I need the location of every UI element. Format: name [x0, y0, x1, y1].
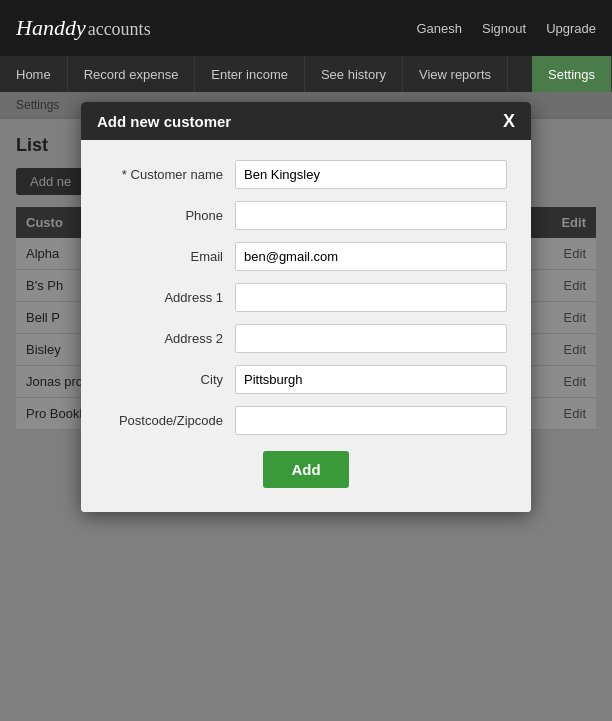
modal-overlay: Add new customer X * Customer name Phone…: [0, 92, 612, 721]
modal-submit-button[interactable]: Add: [263, 451, 348, 488]
topnav-links: Ganesh Signout Upgrade: [416, 21, 596, 36]
form-label: Phone: [105, 208, 235, 223]
app-logo: Handdyaccounts: [16, 15, 151, 41]
customer-name-input[interactable]: [235, 160, 507, 189]
address2-input[interactable]: [235, 324, 507, 353]
form-row: Postcode/Zipcode: [105, 406, 507, 435]
user-link[interactable]: Ganesh: [416, 21, 462, 36]
phone-input[interactable]: [235, 201, 507, 230]
postcode-input[interactable]: [235, 406, 507, 435]
tab-record-expense[interactable]: Record expense: [68, 56, 196, 92]
form-label: Address 1: [105, 290, 235, 305]
modal-close-button[interactable]: X: [503, 112, 515, 130]
email-input[interactable]: [235, 242, 507, 271]
form-row: * Customer name: [105, 160, 507, 189]
form-row: Address 2: [105, 324, 507, 353]
form-label: Postcode/Zipcode: [105, 413, 235, 428]
form-row: Phone: [105, 201, 507, 230]
form-label: City: [105, 372, 235, 387]
form-label: Address 2: [105, 331, 235, 346]
form-row: City: [105, 365, 507, 394]
modal-title: Add new customer: [97, 113, 231, 130]
modal: Add new customer X * Customer name Phone…: [81, 102, 531, 512]
form-row: Address 1: [105, 283, 507, 312]
address1-input[interactable]: [235, 283, 507, 312]
tab-home[interactable]: Home: [0, 56, 68, 92]
modal-body: * Customer name Phone Email Address 1 Ad…: [81, 140, 531, 512]
tab-view-reports[interactable]: View reports: [403, 56, 508, 92]
tab-settings[interactable]: Settings: [532, 56, 612, 92]
signout-link[interactable]: Signout: [482, 21, 526, 36]
form-label: * Customer name: [105, 167, 235, 182]
tabbar: Home Record expense Enter income See his…: [0, 56, 612, 92]
form-label: Email: [105, 249, 235, 264]
modal-header: Add new customer X: [81, 102, 531, 140]
upgrade-link[interactable]: Upgrade: [546, 21, 596, 36]
tab-see-history[interactable]: See history: [305, 56, 403, 92]
form-row: Email: [105, 242, 507, 271]
city-input[interactable]: [235, 365, 507, 394]
tab-enter-income[interactable]: Enter income: [195, 56, 305, 92]
topbar: Handdyaccounts Ganesh Signout Upgrade: [0, 0, 612, 56]
